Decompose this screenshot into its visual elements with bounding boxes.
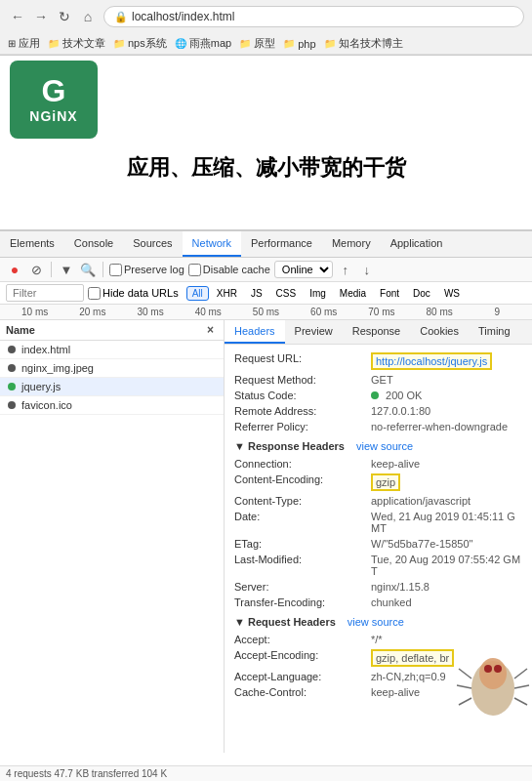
- preserve-log-checkbox[interactable]: Preserve log: [109, 264, 184, 276]
- devtools-tabs: Elements Console Sources Network Perform…: [0, 231, 532, 258]
- back-button[interactable]: ←: [8, 7, 27, 26]
- accept-value: */*: [371, 634, 383, 645]
- filter-js-btn[interactable]: JS: [245, 286, 268, 301]
- stop-button[interactable]: ⊘: [27, 261, 45, 278]
- request-headers-header[interactable]: ▼ Request Headers view source: [234, 616, 522, 628]
- download-button[interactable]: ↓: [358, 261, 376, 278]
- remote-address-row: Remote Address: 127.0.0.1:80: [234, 403, 522, 419]
- remote-address-value: 127.0.0.1:80: [371, 405, 430, 417]
- response-headers-header[interactable]: ▼ Response Headers view source: [234, 440, 522, 452]
- status-code-row: Status Code: 200 OK: [234, 388, 522, 403]
- detail-tab-response[interactable]: Response: [343, 320, 411, 344]
- accept-language-key: Accept-Language:: [234, 671, 371, 682]
- record-button[interactable]: ●: [6, 261, 23, 278]
- file-name: index.html: [21, 344, 70, 355]
- etag-value: W/"5d5ba77e-15850": [371, 538, 472, 550]
- list-item[interactable]: favicon.ico: [0, 396, 224, 415]
- disable-cache-input[interactable]: [188, 264, 201, 276]
- server-row: Server: nginx/1.15.8: [234, 579, 522, 595]
- filter-img-btn[interactable]: Img: [304, 286, 332, 301]
- request-method-row: Request Method: GET: [234, 372, 522, 388]
- tab-sources[interactable]: Sources: [123, 231, 182, 257]
- timeline-20ms: 20 ms: [63, 307, 121, 317]
- upload-button[interactable]: ↑: [337, 261, 354, 278]
- page-heading: 应用、压缩、减小带宽的干货: [0, 153, 532, 183]
- tab-application[interactable]: Application: [381, 231, 453, 257]
- detail-tab-preview[interactable]: Preview: [285, 320, 343, 344]
- bookmark-tech-label: 技术文章: [62, 36, 105, 51]
- filter-doc-btn[interactable]: Doc: [407, 286, 436, 301]
- svg-line-7: [514, 669, 527, 678]
- etag-row: ETag: W/"5d5ba77e-15850": [234, 536, 522, 552]
- disable-cache-checkbox[interactable]: Disable cache: [188, 264, 270, 276]
- folder4-icon: 📁: [283, 38, 295, 49]
- referrer-policy-value: no-referrer-when-downgrade: [371, 421, 508, 432]
- filter-media-btn[interactable]: Media: [334, 286, 372, 301]
- svg-line-6: [459, 698, 471, 705]
- forward-button[interactable]: →: [31, 7, 51, 26]
- lock-icon: 🔒: [114, 11, 128, 23]
- content-encoding-row: Content-Encoding: gzip: [234, 472, 522, 493]
- cache-control-key: Cache-Control:: [234, 686, 371, 698]
- response-view-source-link[interactable]: view source: [356, 440, 413, 452]
- filter-ws-btn[interactable]: WS: [438, 286, 466, 301]
- close-icon[interactable]: ×: [207, 323, 214, 337]
- filter-font-btn[interactable]: Font: [374, 286, 405, 301]
- filter-css-btn[interactable]: CSS: [270, 286, 303, 301]
- refresh-button[interactable]: ↻: [55, 7, 74, 26]
- date-key: Date:: [234, 511, 371, 522]
- search-button[interactable]: 🔍: [79, 261, 97, 278]
- nginx-g-letter: G: [42, 75, 66, 106]
- hide-data-urls-input[interactable]: [88, 287, 101, 300]
- address-bar[interactable]: 🔒 localhost/index.html: [103, 6, 524, 27]
- detail-tab-timing[interactable]: Timing: [469, 320, 520, 344]
- tab-elements[interactable]: Elements: [0, 231, 64, 257]
- timeline-10ms: 10 ms: [6, 307, 63, 317]
- folder-icon: 📁: [48, 38, 60, 49]
- request-view-source-link[interactable]: view source: [348, 616, 404, 628]
- list-item[interactable]: index.html: [0, 341, 224, 359]
- page-content: G NGiNX 应用、压缩、减小带宽的干货: [0, 56, 532, 207]
- last-modified-key: Last-Modified:: [234, 554, 371, 565]
- filter-button[interactable]: ▼: [58, 261, 75, 278]
- file-dot: [8, 401, 16, 409]
- preserve-log-input[interactable]: [109, 264, 122, 276]
- list-item[interactable]: nginx_img.jpeg: [0, 359, 224, 378]
- date-row: Date: Wed, 21 Aug 2019 01:45:11 GMT: [234, 509, 522, 536]
- tab-memory[interactable]: Memory: [322, 231, 381, 257]
- file-dot: [8, 364, 16, 372]
- bookmark-php[interactable]: 📁 php: [283, 38, 315, 50]
- bookmark-tech[interactable]: 📁 技术文章: [48, 36, 105, 51]
- accept-encoding-key: Accept-Encoding:: [234, 649, 371, 661]
- timeline: 10 ms 20 ms 30 ms 40 ms 50 ms 60 ms 70 m…: [0, 305, 532, 320]
- content-encoding-value: gzip: [371, 473, 400, 491]
- bookmark-nps[interactable]: 📁 nps系统: [113, 36, 167, 51]
- filter-all-btn[interactable]: All: [186, 286, 209, 301]
- detail-tab-cookies[interactable]: Cookies: [410, 320, 469, 344]
- connection-row: Connection: keep-alive: [234, 456, 522, 472]
- tab-network[interactable]: Network: [183, 231, 241, 257]
- bookmark-blogger[interactable]: 📁 知名技术博主: [324, 36, 403, 51]
- svg-point-3: [494, 665, 502, 673]
- bookmark-apps[interactable]: ⊞ 应用: [8, 36, 40, 51]
- response-headers-section: ▼ Response Headers view source Connectio…: [234, 440, 522, 610]
- tab-performance[interactable]: Performance: [241, 231, 322, 257]
- detail-tab-headers[interactable]: Headers: [225, 320, 285, 344]
- connection-value: keep-alive: [371, 458, 420, 470]
- preserve-log-label: Preserve log: [124, 264, 184, 275]
- tab-console[interactable]: Console: [64, 231, 123, 257]
- filter-xhr-btn[interactable]: XHR: [211, 286, 243, 301]
- hide-data-urls-checkbox[interactable]: Hide data URLs: [88, 287, 179, 300]
- bottom-status-text: 4 requests 47.7 KB transferred 104 K: [6, 768, 167, 779]
- folder2-icon: 📁: [113, 38, 125, 49]
- timeline-80ms: 80 ms: [411, 307, 469, 317]
- list-item-selected[interactable]: jquery.js: [0, 378, 224, 396]
- bookmark-prototype[interactable]: 📁 原型: [239, 36, 275, 51]
- bookmark-map[interactable]: 🌐 雨燕map: [175, 36, 231, 51]
- connection-key: Connection:: [234, 458, 371, 470]
- transfer-encoding-key: Transfer-Encoding:: [234, 596, 371, 608]
- filter-input[interactable]: [6, 284, 84, 302]
- home-button[interactable]: ⌂: [78, 7, 98, 26]
- request-headers-title: ▼ Request Headers: [234, 616, 336, 628]
- throttle-select[interactable]: Online: [274, 261, 333, 278]
